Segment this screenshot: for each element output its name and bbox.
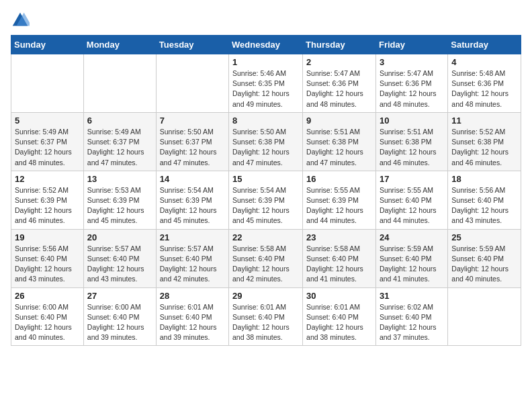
day-info: Sunrise: 5:56 AMSunset: 6:40 PMDaylight:… [15, 244, 80, 285]
day-number: 19 [15, 232, 80, 242]
calendar-cell: 8Sunrise: 5:50 AMSunset: 6:38 PMDaylight… [229, 112, 303, 171]
calendar-cell: 21Sunrise: 5:57 AMSunset: 6:40 PMDayligh… [156, 229, 228, 287]
calendar-cell: 11Sunrise: 5:52 AMSunset: 6:38 PMDayligh… [448, 112, 521, 171]
day-info: Sunrise: 6:01 AMSunset: 6:40 PMDaylight:… [232, 302, 299, 343]
day-number: 17 [380, 174, 444, 184]
day-number: 7 [160, 116, 225, 126]
weekday-header: Tuesday [156, 36, 228, 54]
calendar-week-row: 26Sunrise: 6:00 AMSunset: 6:40 PMDayligh… [11, 287, 521, 346]
day-info: Sunrise: 5:46 AMSunset: 6:35 PMDaylight:… [232, 68, 299, 109]
day-info: Sunrise: 5:58 AMSunset: 6:40 PMDaylight:… [232, 244, 299, 285]
day-info: Sunrise: 5:55 AMSunset: 6:39 PMDaylight:… [306, 185, 372, 226]
day-number: 28 [160, 291, 225, 301]
day-info: Sunrise: 5:54 AMSunset: 6:39 PMDaylight:… [160, 185, 225, 226]
calendar-cell: 13Sunrise: 5:53 AMSunset: 6:39 PMDayligh… [83, 171, 156, 229]
calendar-cell: 19Sunrise: 5:56 AMSunset: 6:40 PMDayligh… [11, 229, 84, 287]
day-info: Sunrise: 5:52 AMSunset: 6:38 PMDaylight:… [451, 127, 517, 168]
page-header [11, 11, 521, 30]
day-info: Sunrise: 5:55 AMSunset: 6:40 PMDaylight:… [380, 185, 444, 226]
day-info: Sunrise: 6:00 AMSunset: 6:40 PMDaylight:… [15, 302, 80, 343]
calendar-cell [448, 287, 521, 346]
calendar-cell [156, 54, 228, 113]
calendar-cell: 20Sunrise: 5:57 AMSunset: 6:40 PMDayligh… [83, 229, 156, 287]
day-number: 13 [87, 174, 152, 184]
weekday-header: Monday [83, 36, 156, 54]
day-info: Sunrise: 5:57 AMSunset: 6:40 PMDaylight:… [160, 244, 225, 285]
calendar-cell: 18Sunrise: 5:56 AMSunset: 6:40 PMDayligh… [448, 171, 521, 229]
calendar-cell: 25Sunrise: 5:59 AMSunset: 6:40 PMDayligh… [448, 229, 521, 287]
calendar-cell: 26Sunrise: 6:00 AMSunset: 6:40 PMDayligh… [11, 287, 84, 346]
calendar-cell: 2Sunrise: 5:47 AMSunset: 6:36 PMDaylight… [303, 54, 376, 113]
weekday-header: Thursday [303, 36, 376, 54]
calendar-table: SundayMondayTuesdayWednesdayThursdayFrid… [11, 35, 521, 346]
calendar-cell: 23Sunrise: 5:58 AMSunset: 6:40 PMDayligh… [303, 229, 376, 287]
day-info: Sunrise: 5:52 AMSunset: 6:39 PMDaylight:… [15, 185, 80, 226]
weekday-header: Saturday [448, 36, 521, 54]
day-info: Sunrise: 5:47 AMSunset: 6:36 PMDaylight:… [380, 68, 444, 109]
day-info: Sunrise: 5:58 AMSunset: 6:40 PMDaylight:… [306, 244, 372, 285]
day-number: 24 [380, 232, 444, 242]
day-info: Sunrise: 5:59 AMSunset: 6:40 PMDaylight:… [451, 244, 517, 285]
calendar-cell: 16Sunrise: 5:55 AMSunset: 6:39 PMDayligh… [303, 171, 376, 229]
day-number: 2 [306, 57, 372, 67]
calendar-cell: 14Sunrise: 5:54 AMSunset: 6:39 PMDayligh… [156, 171, 228, 229]
day-info: Sunrise: 5:50 AMSunset: 6:38 PMDaylight:… [232, 127, 299, 168]
day-number: 10 [380, 116, 444, 126]
calendar-cell: 15Sunrise: 5:54 AMSunset: 6:39 PMDayligh… [229, 171, 303, 229]
day-info: Sunrise: 5:50 AMSunset: 6:37 PMDaylight:… [160, 127, 225, 168]
day-number: 25 [451, 232, 517, 242]
day-number: 3 [380, 57, 444, 67]
day-number: 23 [306, 232, 372, 242]
day-info: Sunrise: 5:51 AMSunset: 6:38 PMDaylight:… [306, 127, 372, 168]
calendar-cell: 29Sunrise: 6:01 AMSunset: 6:40 PMDayligh… [229, 287, 303, 346]
day-info: Sunrise: 5:57 AMSunset: 6:40 PMDaylight:… [87, 244, 152, 285]
day-info: Sunrise: 5:47 AMSunset: 6:36 PMDaylight:… [306, 68, 372, 109]
calendar-cell: 1Sunrise: 5:46 AMSunset: 6:35 PMDaylight… [229, 54, 303, 113]
day-number: 30 [306, 291, 372, 301]
calendar-cell: 3Sunrise: 5:47 AMSunset: 6:36 PMDaylight… [375, 54, 447, 113]
calendar-week-row: 19Sunrise: 5:56 AMSunset: 6:40 PMDayligh… [11, 229, 521, 287]
day-info: Sunrise: 6:01 AMSunset: 6:40 PMDaylight:… [306, 302, 372, 343]
day-number: 1 [232, 57, 299, 67]
day-number: 29 [232, 291, 299, 301]
calendar-week-row: 1Sunrise: 5:46 AMSunset: 6:35 PMDaylight… [11, 54, 521, 113]
calendar-cell: 4Sunrise: 5:48 AMSunset: 6:36 PMDaylight… [448, 54, 521, 113]
calendar-cell: 31Sunrise: 6:02 AMSunset: 6:40 PMDayligh… [375, 287, 447, 346]
day-info: Sunrise: 5:48 AMSunset: 6:36 PMDaylight:… [451, 68, 517, 109]
logo-icon [11, 11, 30, 30]
calendar-week-row: 5Sunrise: 5:49 AMSunset: 6:37 PMDaylight… [11, 112, 521, 171]
day-number: 4 [451, 57, 517, 67]
day-number: 12 [15, 174, 80, 184]
day-number: 14 [160, 174, 225, 184]
weekday-header: Sunday [11, 36, 84, 54]
day-number: 26 [15, 291, 80, 301]
day-number: 5 [15, 116, 80, 126]
day-info: Sunrise: 5:59 AMSunset: 6:40 PMDaylight:… [380, 244, 444, 285]
calendar-cell [83, 54, 156, 113]
calendar-cell: 12Sunrise: 5:52 AMSunset: 6:39 PMDayligh… [11, 171, 84, 229]
day-number: 6 [87, 116, 152, 126]
day-number: 21 [160, 232, 225, 242]
day-number: 27 [87, 291, 152, 301]
calendar-cell [11, 54, 84, 113]
weekday-header: Friday [375, 36, 447, 54]
calendar-cell: 5Sunrise: 5:49 AMSunset: 6:37 PMDaylight… [11, 112, 84, 171]
calendar-cell: 28Sunrise: 6:01 AMSunset: 6:40 PMDayligh… [156, 287, 228, 346]
weekday-header-row: SundayMondayTuesdayWednesdayThursdayFrid… [11, 36, 521, 54]
day-info: Sunrise: 6:02 AMSunset: 6:40 PMDaylight:… [380, 302, 444, 343]
calendar-cell: 24Sunrise: 5:59 AMSunset: 6:40 PMDayligh… [375, 229, 447, 287]
day-info: Sunrise: 5:54 AMSunset: 6:39 PMDaylight:… [232, 185, 299, 226]
day-info: Sunrise: 6:00 AMSunset: 6:40 PMDaylight:… [87, 302, 152, 343]
day-number: 9 [306, 116, 372, 126]
day-number: 16 [306, 174, 372, 184]
day-number: 8 [232, 116, 299, 126]
day-number: 20 [87, 232, 152, 242]
calendar-cell: 17Sunrise: 5:55 AMSunset: 6:40 PMDayligh… [375, 171, 447, 229]
day-info: Sunrise: 5:53 AMSunset: 6:39 PMDaylight:… [87, 185, 152, 226]
logo [11, 11, 32, 30]
calendar-cell: 9Sunrise: 5:51 AMSunset: 6:38 PMDaylight… [303, 112, 376, 171]
day-info: Sunrise: 5:56 AMSunset: 6:40 PMDaylight:… [451, 185, 517, 226]
calendar-week-row: 12Sunrise: 5:52 AMSunset: 6:39 PMDayligh… [11, 171, 521, 229]
weekday-header: Wednesday [229, 36, 303, 54]
day-number: 31 [380, 291, 444, 301]
